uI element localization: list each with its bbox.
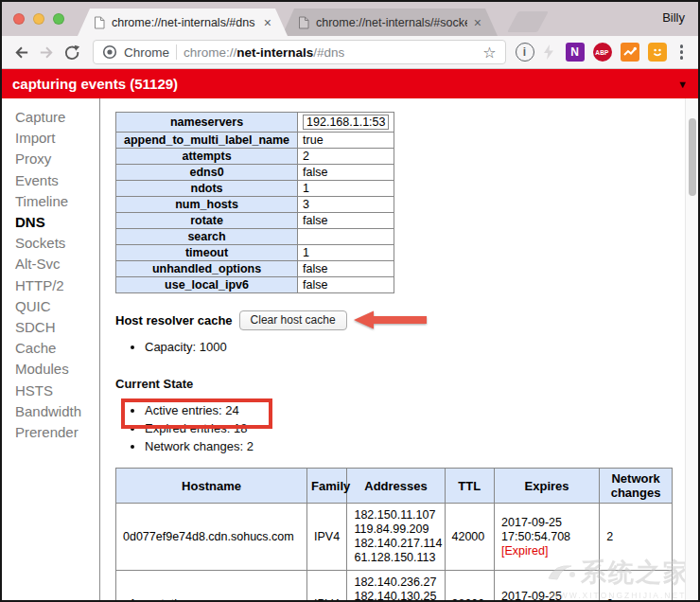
config-label: unhandled_options bbox=[116, 261, 298, 277]
config-row: ndots1 bbox=[116, 181, 394, 197]
face-icon[interactable] bbox=[648, 43, 667, 62]
sidebar-item-capture[interactable]: Capture bbox=[2, 107, 99, 128]
cache-hostname: a1.mzstatic.com bbox=[116, 571, 307, 601]
sidebar-item-dns[interactable]: DNS bbox=[2, 212, 99, 233]
cache-row: 0d077ef9e74d8.cdn.sohucs.comIPV4182.150.… bbox=[116, 504, 673, 571]
cache-header: Hostname bbox=[116, 469, 307, 504]
new-tab-button[interactable] bbox=[507, 11, 549, 32]
page-content: CaptureImportProxyEventsTimelineDNSSocke… bbox=[2, 98, 698, 600]
adblock-plus-icon[interactable]: ABP bbox=[593, 43, 612, 62]
chart-icon[interactable] bbox=[621, 43, 639, 62]
tab-sockets[interactable]: chrome://net-internals/#socke × bbox=[282, 9, 498, 36]
cache-hostname: 0d077ef9e74d8.cdn.sohucs.com bbox=[116, 504, 307, 571]
config-value: true bbox=[298, 133, 394, 149]
dns-panel: nameservers192.168.1.1:53append_to_multi… bbox=[100, 98, 698, 600]
sidebar-item-sdch[interactable]: SDCH bbox=[2, 317, 99, 338]
page-icon bbox=[298, 16, 309, 29]
cache-header: Addresses bbox=[347, 469, 445, 504]
scrollbar[interactable] bbox=[685, 98, 698, 600]
cache-ttl: 42000 bbox=[445, 504, 495, 571]
cache-expires: 2017-09-25 17:50:54.708[Expired] bbox=[495, 504, 600, 571]
cache-network-changes: 2 bbox=[600, 504, 673, 571]
sidebar-item-sockets[interactable]: Sockets bbox=[2, 233, 99, 254]
capacity-list: Capacity: 1000 bbox=[115, 340, 698, 355]
sidebar-item-cache[interactable]: Cache bbox=[2, 338, 99, 359]
capturing-banner[interactable]: capturing events (51129) ▼ bbox=[2, 69, 698, 98]
current-state-title: Current State bbox=[115, 377, 698, 391]
config-row: edns0false bbox=[116, 165, 394, 181]
config-value: 3 bbox=[298, 197, 394, 213]
cache-expires: 2017-09-25 17:51:23.173 bbox=[495, 571, 600, 601]
clear-host-cache-button[interactable]: Clear host cache bbox=[239, 310, 347, 330]
config-row: attempts2 bbox=[116, 149, 394, 165]
state-item: Network changes: 2 bbox=[145, 439, 698, 454]
config-row: rotatefalse bbox=[116, 213, 394, 229]
capacity-item: Capacity: 1000 bbox=[145, 340, 698, 355]
reload-button[interactable] bbox=[61, 41, 83, 63]
config-label: num_hosts bbox=[116, 197, 298, 213]
dns-cache-table: HostnameFamilyAddressesTTLExpiresNetwork… bbox=[115, 468, 673, 600]
config-label: edns0 bbox=[116, 165, 298, 181]
cache-family: IPV4 bbox=[307, 571, 347, 601]
sidebar-item-hsts[interactable]: HSTS bbox=[2, 380, 99, 400]
close-window-button[interactable] bbox=[13, 13, 25, 25]
config-label: nameservers bbox=[116, 113, 298, 133]
sidebar-item-modules[interactable]: Modules bbox=[2, 359, 99, 380]
config-label: use_local_ipv6 bbox=[116, 277, 298, 293]
cache-row: a1.mzstatic.comIPV4182.140.236.27 182.14… bbox=[116, 571, 673, 601]
sidebar-item-alt-svc[interactable]: Alt-Svc bbox=[2, 254, 99, 274]
scrollbar-thumb[interactable] bbox=[689, 118, 696, 196]
sidebar-item-timeline[interactable]: Timeline bbox=[2, 191, 99, 212]
config-value: 2 bbox=[298, 149, 394, 165]
host-resolver-title: Host resolver cache bbox=[115, 313, 233, 328]
cache-ttl: 38000 bbox=[445, 571, 495, 601]
config-row: append_to_multi_label_nametrue bbox=[116, 133, 394, 149]
sidebar-item-proxy[interactable]: Proxy bbox=[2, 149, 99, 169]
dns-config-table: nameservers192.168.1.1:53append_to_multi… bbox=[115, 112, 394, 293]
host-resolver-row: Host resolver cache Clear host cache bbox=[115, 310, 698, 330]
config-row: unhandled_optionsfalse bbox=[116, 261, 394, 277]
minimize-window-button[interactable] bbox=[33, 13, 44, 25]
sidebar-item-http-2[interactable]: HTTP/2 bbox=[2, 275, 99, 296]
sidebar-item-events[interactable]: Events bbox=[2, 170, 99, 191]
browser-toolbar: Chrome chrome://net-internals/#dns ☆ i N… bbox=[2, 36, 698, 69]
config-value bbox=[298, 229, 394, 245]
cache-family: IPV4 bbox=[307, 504, 347, 571]
config-value: false bbox=[298, 277, 394, 293]
config-label: timeout bbox=[116, 245, 298, 261]
zoom-window-button[interactable] bbox=[53, 13, 64, 25]
address-bar[interactable]: Chrome chrome://net-internals/#dns ☆ bbox=[93, 40, 506, 64]
forward-button[interactable] bbox=[35, 41, 58, 63]
cache-header: Network changes bbox=[600, 469, 673, 504]
sidebar-item-prerender[interactable]: Prerender bbox=[2, 422, 99, 443]
annotation-arrow-icon bbox=[354, 310, 428, 330]
tab-close-icon[interactable]: × bbox=[264, 16, 271, 29]
cache-network-changes: 2 bbox=[600, 571, 673, 601]
back-button[interactable] bbox=[9, 41, 32, 63]
cache-addresses: 182.150.11.107 119.84.99.209 182.140.217… bbox=[347, 504, 445, 571]
sidebar-item-quic[interactable]: QUIC bbox=[2, 296, 99, 317]
info-icon[interactable]: i bbox=[516, 43, 534, 62]
config-label: append_to_multi_label_name bbox=[116, 133, 298, 149]
tab-title: chrome://net-internals/#socke bbox=[316, 16, 467, 29]
onenote-clipper-icon[interactable]: N bbox=[566, 43, 585, 62]
cache-header: Expires bbox=[495, 469, 600, 504]
bookmark-star-icon[interactable]: ☆ bbox=[482, 44, 496, 62]
traffic-lights bbox=[13, 13, 64, 25]
menu-icon[interactable] bbox=[673, 41, 691, 63]
config-value: 1 bbox=[298, 245, 394, 261]
config-label: search bbox=[116, 229, 298, 245]
config-value: false bbox=[298, 213, 394, 229]
config-label: rotate bbox=[116, 213, 298, 229]
sidebar: CaptureImportProxyEventsTimelineDNSSocke… bbox=[2, 98, 100, 600]
sidebar-item-bandwidth[interactable]: Bandwidth bbox=[2, 401, 99, 422]
lightning-icon[interactable] bbox=[537, 41, 560, 63]
tab-close-icon[interactable]: × bbox=[474, 16, 481, 29]
tab-dns[interactable]: chrome://net-internals/#dns × bbox=[78, 9, 288, 36]
expired-badge: [Expired] bbox=[501, 544, 592, 558]
page-icon bbox=[94, 16, 105, 29]
config-row: nameservers192.168.1.1:53 bbox=[116, 113, 394, 133]
sidebar-item-import[interactable]: Import bbox=[2, 128, 99, 149]
tab-title: chrome://net-internals/#dns bbox=[112, 16, 257, 29]
origin-label: Chrome bbox=[124, 45, 169, 60]
